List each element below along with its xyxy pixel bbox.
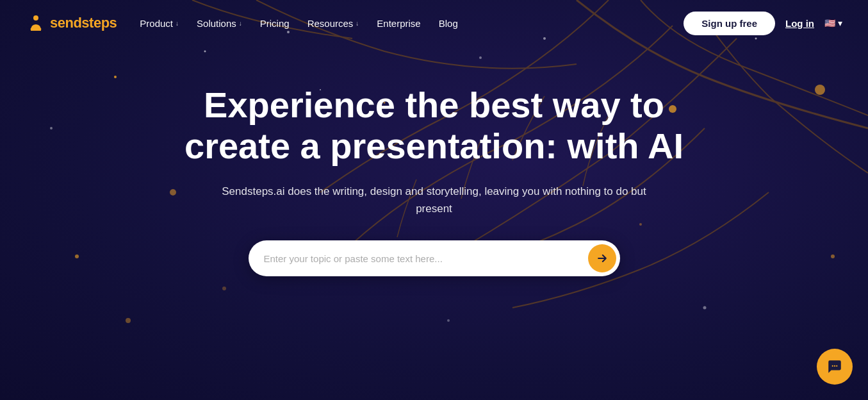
nav-links: Product ↓ Solutions ↓ Pricing Resources … xyxy=(140,18,457,29)
logo[interactable]: sendsteps xyxy=(26,13,117,33)
svg-point-21 xyxy=(832,365,833,367)
hero-subtitle: Sendsteps.ai does the writing, design an… xyxy=(217,183,652,217)
nav-solutions[interactable]: Solutions ↓ xyxy=(197,18,242,29)
svg-point-22 xyxy=(834,365,835,367)
search-submit-button[interactable] xyxy=(588,244,616,272)
nav-pricing[interactable]: Pricing xyxy=(260,18,290,29)
svg-point-18 xyxy=(222,287,226,290)
hero-section: Experience the best way to create a pres… xyxy=(0,46,868,276)
logo-text: sendsteps xyxy=(50,15,117,31)
svg-point-20 xyxy=(33,15,38,21)
nav-right: Sign up free Log in 🇺🇸 ▾ xyxy=(684,12,842,35)
svg-point-12 xyxy=(703,306,707,310)
solutions-chevron-icon: ↓ xyxy=(239,20,242,27)
nav-product[interactable]: Product ↓ xyxy=(140,18,179,29)
signup-button[interactable]: Sign up free xyxy=(684,12,775,35)
lang-chevron-icon: ▾ xyxy=(838,18,842,28)
hero-title: Experience the best way to create a pres… xyxy=(184,85,684,167)
svg-point-23 xyxy=(836,365,837,367)
nav-left: sendsteps Product ↓ Solutions ↓ Pricing … xyxy=(26,13,458,33)
chat-widget[interactable] xyxy=(817,349,853,385)
resources-chevron-icon: ↓ xyxy=(356,20,359,27)
login-button[interactable]: Log in xyxy=(785,18,814,29)
nav-enterprise[interactable]: Enterprise xyxy=(377,18,420,29)
language-selector[interactable]: 🇺🇸 ▾ xyxy=(824,18,842,28)
topic-input[interactable] xyxy=(264,253,588,264)
svg-point-11 xyxy=(126,318,131,323)
logo-icon xyxy=(26,13,46,33)
navbar: sendsteps Product ↓ Solutions ↓ Pricing … xyxy=(0,0,868,46)
nav-blog[interactable]: Blog xyxy=(439,18,458,29)
nav-resources[interactable]: Resources ↓ xyxy=(307,18,359,29)
search-bar xyxy=(249,240,620,276)
flag-icon: 🇺🇸 xyxy=(824,18,835,28)
arrow-right-icon xyxy=(596,252,609,265)
svg-point-19 xyxy=(447,319,450,322)
product-chevron-icon: ↓ xyxy=(176,20,179,27)
chat-icon xyxy=(826,358,843,375)
